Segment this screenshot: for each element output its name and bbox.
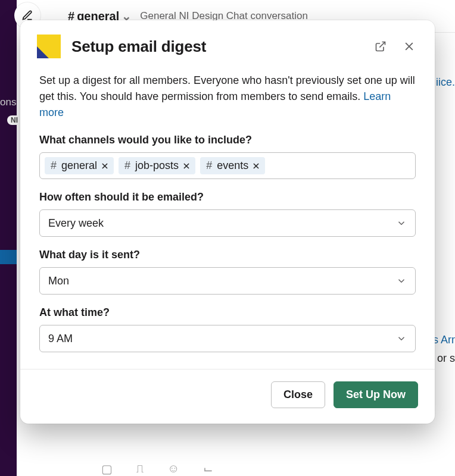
channel-chip-job-posts[interactable]: # job-posts	[119, 157, 195, 174]
x-icon	[101, 162, 109, 170]
day-label: What day is it sent?	[39, 249, 416, 261]
channels-label: What channels would you like to include?	[39, 134, 416, 146]
day-field: What day is it sent? Mon	[39, 249, 416, 295]
set-up-now-button[interactable]: Set Up Now	[334, 381, 418, 408]
time-field: At what time? 9 AM	[39, 306, 416, 352]
frequency-label: How often should it be emailed?	[39, 191, 416, 203]
hash-icon: #	[51, 159, 57, 172]
time-select[interactable]: 9 AM	[39, 325, 416, 352]
svg-line-0	[379, 42, 385, 48]
chevron-down-icon	[396, 218, 407, 228]
external-link-icon	[375, 40, 387, 52]
remove-chip-button[interactable]	[182, 162, 191, 170]
modal-description: Set up a digest for all members. Everyon…	[39, 73, 416, 121]
hash-icon: #	[124, 159, 130, 172]
remove-chip-button[interactable]	[101, 162, 109, 170]
chip-label: general	[61, 159, 97, 172]
close-icon	[403, 40, 415, 52]
time-value: 9 AM	[48, 333, 73, 345]
modal-header: Setup email digest	[20, 20, 435, 64]
setup-email-digest-modal: Setup email digest Set up a digest for a…	[20, 20, 435, 424]
frequency-field: How often should it be emailed? Every we…	[39, 191, 416, 237]
chevron-down-icon	[396, 275, 407, 286]
app-logo	[37, 35, 61, 58]
close-button[interactable]: Close	[271, 381, 325, 408]
chip-label: events	[217, 159, 248, 172]
frequency-select[interactable]: Every week	[39, 209, 416, 237]
close-modal-button[interactable]	[400, 37, 418, 55]
channels-input[interactable]: # general # job-posts # events	[39, 152, 416, 179]
x-icon	[182, 162, 191, 170]
x-icon	[252, 162, 260, 170]
modal-body: Set up a digest for all members. Everyon…	[20, 64, 435, 369]
open-external-button[interactable]	[372, 37, 389, 55]
day-value: Mon	[48, 275, 69, 287]
channels-field: What channels would you like to include?…	[39, 134, 416, 179]
hash-icon: #	[206, 159, 212, 172]
description-text: Set up a digest for all members. Everyon…	[39, 74, 415, 102]
time-label: At what time?	[39, 306, 416, 319]
chevron-down-icon	[396, 333, 407, 344]
frequency-value: Every week	[48, 217, 104, 230]
channel-chip-events[interactable]: # events	[200, 157, 265, 174]
modal-title: Setup email digest	[71, 37, 361, 56]
remove-chip-button[interactable]	[252, 162, 260, 170]
chip-label: job-posts	[135, 159, 179, 172]
modal-footer: Close Set Up Now	[20, 369, 435, 424]
day-select[interactable]: Mon	[39, 267, 416, 295]
channel-chip-general[interactable]: # general	[45, 157, 114, 174]
